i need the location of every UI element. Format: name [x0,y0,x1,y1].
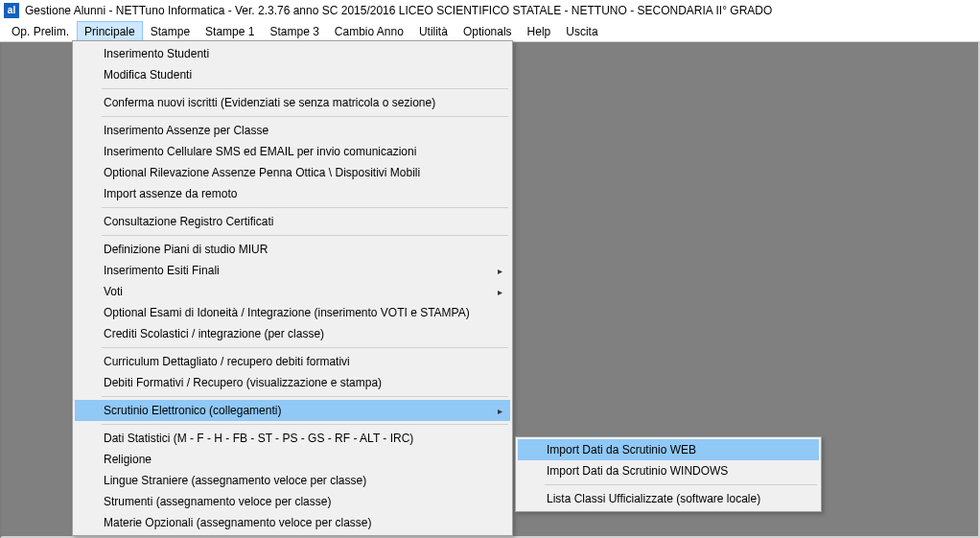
chevron-right-icon: ▸ [498,287,502,297]
menu-separator [102,235,508,236]
menu-optionals[interactable]: Optionals [455,21,520,41]
principale-item[interactable]: Strumenti (assegnamento veloce per class… [75,491,510,512]
menu-item-label: Lingue Straniere (assegnamento veloce pe… [104,474,366,487]
menu-item-label: Lista Classi Ufficializzate (software lo… [547,492,760,505]
principale-item[interactable]: Voti▸ [75,281,510,302]
principale-item[interactable]: Consultazione Registro Certificati [75,211,510,232]
menu-item-label: Religione [104,453,152,466]
menu-stampe-1[interactable]: Stampe 1 [198,21,262,41]
menu-item-label: Optional Esami di Idoneità / Integrazion… [104,306,470,319]
menu-item-label: Conferma nuovi iscritti (Evidenziati se … [104,96,435,109]
menu-principale[interactable]: Principale [77,21,143,41]
menu-item-label: Consultazione Registro Certificati [104,215,273,228]
menu-item-label: Debiti Formativi / Recupero (visualizzaz… [104,376,382,389]
menu-separator [102,88,508,89]
menu-item-label: Import Dati da Scrutinio WINDOWS [547,464,728,478]
client-area: Inserimento StudentiModifica StudentiCon… [0,42,980,538]
menu-item-label: Inserimento Cellulare SMS ed EMAIL per i… [104,145,416,158]
menu-separator [102,207,508,208]
menu-separator [545,484,817,485]
menu-item-label: Optional Rilevazione Assenze Penna Ottic… [104,166,420,179]
menu-stampe[interactable]: Stampe [143,21,198,41]
menu-separator [102,396,508,397]
menu-cambio-anno[interactable]: Cambio Anno [327,21,411,41]
menu-item-label: Inserimento Assenze per Classe [104,124,268,137]
menu-separator [102,347,508,348]
menu-op-prelim-[interactable]: Op. Prelim. [4,21,77,41]
chevron-right-icon: ▸ [498,406,502,416]
menu-item-label: Crediti Scolastici / integrazione (per c… [104,327,324,340]
app-icon: al [4,3,19,18]
principale-item[interactable]: Scrutinio Elettronico (collegamenti)▸ [75,400,510,421]
principale-item[interactable]: Curriculum Dettagliato / recupero debiti… [75,351,510,372]
principale-item[interactable]: Inserimento Studenti [75,43,510,64]
chevron-right-icon: ▸ [498,266,502,276]
menu-item-label: Modifica Studenti [104,68,192,82]
principale-item[interactable]: Optional Esami di Idoneità / Integrazion… [75,302,510,323]
menu-item-label: Materie Opzionali (assegnamento veloce p… [104,516,371,529]
principale-item[interactable]: Inserimento Cellulare SMS ed EMAIL per i… [75,141,510,162]
menu-help[interactable]: Help [520,21,559,41]
principale-item[interactable]: Dati Statistici (M - F - H - FB - ST - P… [75,428,510,449]
principale-item[interactable]: Import assenze da remoto [75,183,510,204]
scrutinio-item[interactable]: Lista Classi Ufficializzate (software lo… [518,488,819,509]
menu-item-label: Import Dati da Scrutinio WEB [547,443,696,456]
principale-item[interactable]: Conferma nuovi iscritti (Evidenziati se … [75,92,510,113]
menu-item-label: Voti [104,285,123,298]
menu-item-label: Dati Statistici (M - F - H - FB - ST - P… [104,432,413,445]
menu-separator [102,116,508,117]
window-title: Gestione Alunni - NETTuno Informatica - … [25,4,772,17]
menu-item-label: Definizione Piani di studio MIUR [104,243,268,256]
principale-item[interactable]: Inserimento Esiti Finali▸ [75,260,510,281]
title-bar: al Gestione Alunni - NETTuno Informatica… [0,0,980,21]
menu-uscita[interactable]: Uscita [558,21,605,41]
menu-item-label: Strumenti (assegnamento veloce per class… [104,495,331,508]
menu-utilit-[interactable]: Utilità [411,21,455,41]
principale-item[interactable]: Crediti Scolastici / integrazione (per c… [75,323,510,344]
principale-item[interactable]: Optional Rilevazione Assenze Penna Ottic… [75,162,510,183]
menu-item-label: Curriculum Dettagliato / recupero debiti… [104,355,350,368]
menu-bar: Op. Prelim.PrincipaleStampeStampe 1Stamp… [0,21,980,42]
dropdown-scrutinio: Import Dati da Scrutinio WEBImport Dati … [515,436,822,512]
principale-item[interactable]: Materie Opzionali (assegnamento veloce p… [75,512,510,533]
principale-item[interactable]: Debiti Formativi / Recupero (visualizzaz… [75,372,510,393]
principale-item[interactable]: Religione [75,449,510,470]
principale-item[interactable]: Inserimento Assenze per Classe [75,120,510,141]
principale-item[interactable]: Definizione Piani di studio MIUR [75,239,510,260]
scrutinio-item[interactable]: Import Dati da Scrutinio WEB [518,439,819,460]
principale-item[interactable]: Lingue Straniere (assegnamento veloce pe… [75,470,510,491]
principale-item[interactable]: Modifica Studenti [75,64,510,85]
menu-item-label: Inserimento Esiti Finali [104,264,220,277]
dropdown-principale: Inserimento StudentiModifica StudentiCon… [72,40,513,536]
menu-item-label: Scrutinio Elettronico (collegamenti) [104,404,281,417]
menu-separator [102,424,508,425]
menu-item-label: Inserimento Studenti [104,47,209,60]
menu-stampe-3[interactable]: Stampe 3 [262,21,326,41]
scrutinio-item[interactable]: Import Dati da Scrutinio WINDOWS [518,460,819,481]
menu-item-label: Import assenze da remoto [104,187,237,200]
